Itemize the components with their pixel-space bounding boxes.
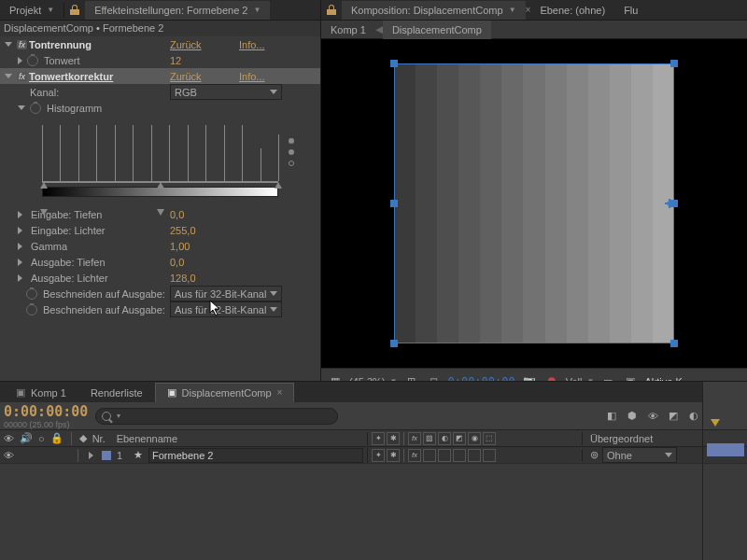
dot-icon[interactable] [289,138,294,144]
prop-value[interactable]: 0,0 [170,209,184,220]
disclosure-icon[interactable] [18,105,25,110]
input-gamma-slider[interactable] [157,182,164,189]
handle-ml[interactable] [390,200,398,207]
handle-br[interactable] [670,340,678,347]
disclosure-icon[interactable] [18,243,22,250]
mode-switch-icon[interactable]: ✱ [387,432,400,445]
tl-tab-komp1[interactable]: ▣ Komp 1 [4,383,78,402]
lock-icon[interactable] [70,6,79,15]
eye-column-icon[interactable]: 👁 [4,433,14,444]
reset-link[interactable]: Zurück [170,39,202,50]
tab-ebene[interactable]: Ebene: (ohne) [530,1,614,20]
label-column-icon[interactable]: ◆ [79,432,87,444]
disclosure-icon[interactable] [5,42,12,47]
layer-switch[interactable]: ✦ [372,449,385,462]
clip-dropdown[interactable]: Aus für 32-Bit-Kanal F [170,301,282,317]
handle-bl[interactable] [390,340,398,347]
tab-projekt-label: Projekt [9,5,41,16]
tab-projekt[interactable]: Projekt▼ [0,1,63,20]
composition-viewer[interactable] [321,39,747,368]
solo-column-icon[interactable]: ○ [38,433,45,444]
visibility-toggle[interactable]: 👁 [4,450,14,461]
output-black-slider[interactable] [40,209,48,216]
disclosure-icon[interactable] [18,227,22,234]
mode-switch-icon[interactable]: fx [408,432,421,445]
effect-tontrennung[interactable]: fx Tontrennung Zurück Info... [0,36,320,52]
output-white-slider[interactable] [157,209,164,216]
dot-icon[interactable] [289,149,294,155]
input-black-slider[interactable] [40,182,48,189]
layer-switch[interactable] [423,449,436,462]
fx-badge-icon[interactable]: fx [17,40,27,49]
mode-switch-icon[interactable]: ▧ [423,432,436,445]
kanal-dropdown[interactable]: RGB [170,84,282,100]
layer-duration-bar[interactable] [707,443,744,456]
close-icon[interactable]: × [277,387,283,398]
lock-column-icon[interactable]: 🔒 [50,432,63,444]
shy-icon[interactable]: 👁 [644,408,661,425]
clip-dropdown[interactable]: Aus für 32-Bit-Kanal F [170,286,282,301]
disclosure-icon[interactable] [18,57,22,64]
current-time-indicator[interactable] [711,419,720,427]
dot-icon[interactable] [289,161,294,166]
mode-switch-icon[interactable]: ◐ [438,432,451,445]
layer-switch[interactable]: ✱ [387,449,400,462]
viewer-tab-disp[interactable]: DisplacementComp [383,21,491,39]
timeline-search[interactable]: ▾ [95,408,338,425]
prop-value[interactable]: 1,00 [170,241,190,252]
tl-tab-disp[interactable]: ▣ DisplacementComp× [155,383,295,402]
prop-value[interactable]: 128,0 [170,273,196,284]
stopwatch-icon[interactable] [27,55,38,66]
layer-switch[interactable]: fx [408,449,421,462]
disclosure-icon[interactable] [18,211,22,218]
comp-mini-flowchart-icon[interactable]: ◧ [603,408,620,425]
timeline-ruler[interactable] [702,382,747,560]
anchor-point-icon[interactable] [665,199,674,208]
viewer-tab-komp1[interactable]: Komp 1 [321,21,375,39]
mode-switch-icon[interactable]: ◉ [468,432,481,445]
prop-value[interactable]: 0,0 [170,257,184,268]
timeline-layer-row[interactable]: 👁 1 ★ ✦ ✱ fx [0,447,747,464]
tab-flu[interactable]: Flu [614,1,647,20]
stopwatch-icon[interactable] [26,304,37,315]
tl-tab-renderliste[interactable]: Renderliste [78,384,155,402]
handle-tr[interactable] [670,60,678,67]
layer-switch[interactable] [438,449,451,462]
disclosure-icon[interactable] [89,452,93,459]
layer-switch[interactable] [483,449,496,462]
mode-switch-icon[interactable]: ◩ [453,432,466,445]
stopwatch-icon[interactable] [30,103,41,114]
layer-color-label[interactable] [102,451,111,460]
draft3d-icon[interactable]: ⬢ [624,408,641,425]
layer-switch[interactable] [453,449,466,462]
lock-icon[interactable] [327,6,336,15]
disclosure-icon[interactable] [5,74,12,78]
prop-value[interactable]: 12 [170,55,181,66]
disclosure-icon[interactable] [18,259,22,266]
layer-name-input[interactable] [148,448,363,463]
mode-switch-icon[interactable]: ✦ [372,432,385,445]
info-link[interactable]: Info... [239,71,265,82]
col-header-parent[interactable]: Übergeordnet [590,433,653,444]
motion-blur-icon[interactable]: ◐ [685,408,702,425]
fx-badge-icon[interactable]: fx [17,72,27,81]
tab-effect-controls[interactable]: Effekteinstellungen: Formebene 2▼ [85,1,270,20]
reset-link[interactable]: Zurück [170,71,202,82]
current-time[interactable]: 0:00:00:00 [4,403,88,420]
layer-switch[interactable] [468,449,481,462]
input-white-slider[interactable] [275,182,282,189]
pickwhip-icon[interactable]: ⊚ [590,449,599,461]
col-header-nr[interactable]: Nr. [92,433,111,444]
info-link[interactable]: Info... [239,39,265,50]
handle-tl[interactable] [390,60,398,67]
stopwatch-icon[interactable] [26,288,37,300]
effect-tonwertkorrektur[interactable]: fx Tonwertkorrektur Zurück Info... [0,68,320,84]
tab-komposition[interactable]: Komposition: DisplacementComp▼ [342,1,526,20]
parent-dropdown[interactable]: Ohne [602,447,677,463]
mode-switch-icon[interactable]: ⬚ [483,432,496,445]
frame-blend-icon[interactable]: ◩ [665,408,682,425]
speaker-column-icon[interactable]: 🔊 [20,432,33,444]
col-header-name[interactable]: Ebenenname [117,433,177,444]
prop-value[interactable]: 255,0 [170,225,196,236]
disclosure-icon[interactable] [18,274,22,282]
